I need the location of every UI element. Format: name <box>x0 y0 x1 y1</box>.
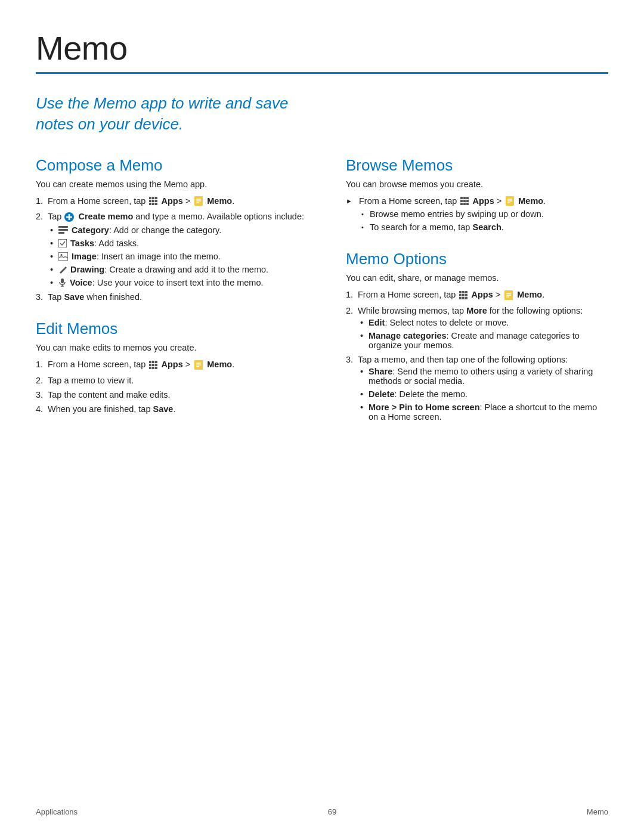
compose-options-list: Category: Add or change the category. Ta <box>48 225 310 288</box>
browse-memo-label: Memo <box>518 196 543 206</box>
compose-heading: Compose a Memo <box>36 156 310 175</box>
svg-rect-17 <box>58 229 68 231</box>
svg-rect-30 <box>155 364 157 366</box>
browse-bullet-1: Browse memo entries by swiping up or dow… <box>359 209 608 219</box>
svg-rect-59 <box>465 297 467 299</box>
left-column: Compose a Memo You can create memos usin… <box>36 156 310 439</box>
svg-rect-0 <box>149 197 151 199</box>
options-memo-label: Memo <box>517 290 542 299</box>
compose-step-1: From a Home screen, tap <box>36 196 310 207</box>
svg-rect-19 <box>58 239 67 247</box>
apps-icon-options <box>459 290 468 300</box>
options-share-label: Share <box>369 367 392 376</box>
options-step2-bullets: Edit: Select notes to delete or move. Ma… <box>358 318 608 350</box>
svg-rect-51 <box>459 291 462 293</box>
svg-rect-32 <box>152 367 154 369</box>
browse-sub-bullets: Browse memo entries by swiping up or dow… <box>359 209 608 232</box>
tagline: Use the Memo app to write and save notes… <box>36 93 292 135</box>
browse-heading: Browse Memos <box>346 156 608 175</box>
apps-icon <box>148 196 158 206</box>
page: Memo Use the Memo app to write and save … <box>0 0 644 833</box>
compose-save-label: Save <box>64 292 84 302</box>
svg-rect-42 <box>463 200 466 202</box>
voice-icon <box>58 278 66 287</box>
options-step3-bullets: Share: Send the memo to others using a v… <box>358 367 608 422</box>
memo-icon-browse <box>504 196 515 206</box>
apps-icon-browse <box>460 196 469 206</box>
options-edit-bullet: Edit: Select notes to delete or move. <box>358 318 608 327</box>
edit-desc: You can make edits to memos you create. <box>36 343 310 352</box>
svg-rect-55 <box>462 294 465 296</box>
options-heading: Memo Options <box>346 250 608 268</box>
svg-rect-57 <box>459 297 462 299</box>
compose-option-image: Image: Insert an image into the memo. <box>48 252 310 261</box>
edit-step-3: Tap the content and make edits. <box>36 390 310 400</box>
apps-icon-edit <box>148 360 158 370</box>
compose-option-drawing: Drawing: Create a drawing and add it to … <box>48 265 310 274</box>
category-label: Category <box>72 225 109 235</box>
svg-rect-54 <box>459 294 462 296</box>
options-manage-label: Manage categories <box>369 331 447 340</box>
svg-rect-18 <box>58 232 64 234</box>
footer-right: Memo <box>587 807 608 816</box>
svg-rect-29 <box>152 364 154 366</box>
compose-create-label: Create memo <box>78 212 133 221</box>
options-steps: From a Home screen, tap <box>346 290 608 421</box>
svg-rect-3 <box>149 200 151 202</box>
svg-rect-53 <box>465 291 467 293</box>
edit-step-2: Tap a memo to view it. <box>36 376 310 385</box>
svg-rect-44 <box>460 203 463 205</box>
memo-icon-options <box>503 290 514 301</box>
compose-step2-text: Tap Create memo and type a memo. Availab… <box>48 212 304 221</box>
compose-apps-label: Apps <box>161 196 182 206</box>
edit-save-label: Save <box>153 404 174 414</box>
options-delete-bullet: Delete: Delete the memo. <box>358 389 608 399</box>
svg-rect-6 <box>149 203 151 205</box>
svg-rect-22 <box>61 278 64 283</box>
options-step-1: From a Home screen, tap <box>346 290 608 301</box>
svg-rect-2 <box>155 197 157 199</box>
right-column: Browse Memos You can browse memos you cr… <box>346 156 608 439</box>
compose-option-tasks: Tasks: Add tasks. <box>48 239 310 248</box>
svg-rect-31 <box>149 367 151 369</box>
compose-desc: You can create memos using the Memo app. <box>36 179 310 189</box>
title-divider <box>36 72 608 74</box>
svg-rect-38 <box>460 197 463 199</box>
voice-label: Voice <box>70 278 92 287</box>
options-manage-bullet: Manage categories: Create and manage cat… <box>358 331 608 350</box>
compose-step1-text: From a Home screen, tap <box>48 196 234 206</box>
options-delete-label: Delete <box>369 389 395 399</box>
category-icon <box>58 226 68 234</box>
image-label: Image <box>72 252 97 261</box>
svg-rect-27 <box>155 361 157 363</box>
options-edit-label: Edit <box>369 318 385 327</box>
compose-steps: From a Home screen, tap <box>36 196 310 302</box>
svg-rect-26 <box>152 361 154 363</box>
compose-step-3: Tap Save when finished. <box>36 292 310 302</box>
browse-desc: You can browse memos you create. <box>346 179 608 189</box>
options-share-bullet: Share: Send the memo to others using a v… <box>358 367 608 386</box>
browse-apps-label: Apps <box>472 196 494 206</box>
svg-rect-5 <box>155 200 157 202</box>
image-icon <box>58 252 68 261</box>
browse-section: Browse Memos You can browse memos you cr… <box>346 156 608 232</box>
options-apps-label: Apps <box>471 290 493 299</box>
create-icon <box>64 212 75 222</box>
svg-rect-28 <box>149 364 151 366</box>
two-col-layout: Compose a Memo You can create memos usin… <box>36 156 608 439</box>
edit-memo-label: Memo <box>207 360 232 369</box>
edit-step-4: When you are finished, tap Save. <box>36 404 310 414</box>
memo-icon-1 <box>193 196 204 206</box>
memo-icon-edit <box>193 360 204 370</box>
svg-rect-7 <box>152 203 154 205</box>
svg-rect-8 <box>155 203 157 205</box>
drawing-label: Drawing <box>70 265 104 274</box>
edit-step2-text: Tap a memo to view it. <box>48 376 134 385</box>
compose-option-voice: Voice: Use your voice to insert text int… <box>48 278 310 287</box>
drawing-icon <box>58 265 67 274</box>
svg-rect-20 <box>58 252 68 261</box>
compose-memo-label: Memo <box>207 196 232 206</box>
svg-rect-33 <box>155 367 157 369</box>
svg-rect-39 <box>463 197 466 199</box>
svg-rect-46 <box>466 203 469 205</box>
